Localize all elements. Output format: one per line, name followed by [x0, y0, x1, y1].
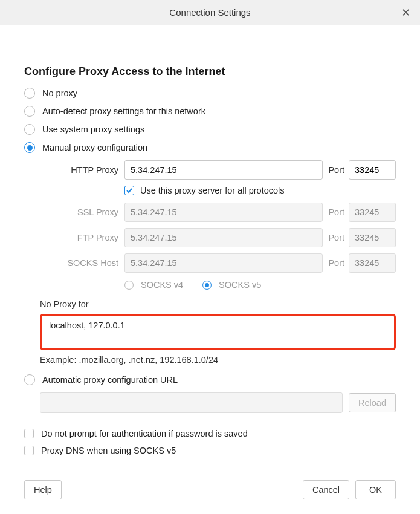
socks-version-row: SOCKS v4 SOCKS v5 — [124, 280, 396, 290]
do-not-prompt-checkbox[interactable] — [24, 429, 34, 438]
radio-auto-url[interactable] — [24, 374, 35, 385]
no-proxy-example: Example: .mozilla.org, .net.nz, 192.168.… — [40, 355, 396, 365]
dialog-footer: Help Cancel OK — [24, 480, 396, 499]
reload-button[interactable]: Reload — [349, 393, 396, 412]
ok-button[interactable]: OK — [355, 480, 396, 499]
option-no-proxy[interactable]: No proxy — [24, 88, 396, 99]
dialog-content: Configure Proxy Access to the Internet N… — [0, 25, 420, 455]
ftp-port-input — [349, 228, 396, 247]
radio-no-proxy[interactable] — [24, 88, 35, 99]
ssl-port-input — [349, 203, 396, 222]
ssl-proxy-row: SSL Proxy Port — [46, 203, 396, 222]
use-for-all-label: Use this proxy server for all protocols — [140, 186, 285, 195]
option-label: Auto-detect proxy settings for this netw… — [42, 106, 205, 116]
do-not-prompt-label: Do not prompt for authentication if pass… — [41, 429, 248, 438]
help-button[interactable]: Help — [24, 480, 62, 499]
port-label: Port — [323, 258, 349, 268]
radio-socks-v4[interactable] — [124, 281, 134, 290]
no-proxy-for-input[interactable]: localhost, 127.0.0.1 — [40, 314, 396, 350]
option-label: Manual proxy configuration — [42, 143, 147, 152]
ssl-proxy-input — [124, 203, 323, 222]
option-auto-detect[interactable]: Auto-detect proxy settings for this netw… — [24, 106, 396, 117]
use-for-all-row[interactable]: Use this proxy server for all protocols — [124, 186, 396, 195]
ftp-proxy-input — [124, 228, 323, 247]
proxy-dns-row[interactable]: Proxy DNS when using SOCKS v5 — [24, 446, 396, 455]
http-port-input[interactable] — [349, 160, 396, 180]
dialog-title: Connection Settings — [169, 7, 250, 18]
option-auto-url[interactable]: Automatic proxy configuration URL — [24, 374, 396, 385]
option-use-system[interactable]: Use system proxy settings — [24, 124, 396, 135]
auto-url-input — [40, 392, 343, 413]
port-label: Port — [323, 207, 349, 217]
radio-manual[interactable] — [24, 142, 35, 153]
socks-v5-label: SOCKS v5 — [219, 280, 261, 290]
use-for-all-checkbox[interactable] — [124, 186, 134, 195]
port-label: Port — [323, 233, 349, 242]
do-not-prompt-row[interactable]: Do not prompt for authentication if pass… — [24, 429, 396, 438]
proxy-dns-label: Proxy DNS when using SOCKS v5 — [41, 446, 176, 455]
socks-port-input — [349, 253, 396, 273]
dialog-titlebar: Connection Settings ✕ — [0, 0, 420, 25]
ftp-proxy-row: FTP Proxy Port — [46, 228, 396, 247]
option-label: No proxy — [42, 88, 77, 98]
option-label: Automatic proxy configuration URL — [42, 375, 178, 385]
cancel-button[interactable]: Cancel — [303, 480, 349, 499]
auto-url-row: Reload — [40, 392, 396, 413]
no-proxy-for-label: No Proxy for — [40, 299, 396, 309]
section-heading: Configure Proxy Access to the Internet — [24, 65, 396, 78]
option-manual[interactable]: Manual proxy configuration — [24, 142, 396, 153]
ftp-proxy-label: FTP Proxy — [46, 233, 124, 242]
http-proxy-input[interactable] — [124, 160, 323, 180]
socks-host-label: SOCKS Host — [46, 258, 124, 268]
option-label: Use system proxy settings — [42, 125, 144, 134]
http-proxy-row: HTTP Proxy Port — [46, 160, 396, 180]
ssl-proxy-label: SSL Proxy — [46, 207, 124, 217]
radio-socks-v5[interactable] — [202, 281, 212, 290]
radio-auto-detect[interactable] — [24, 106, 35, 117]
socks-v4-label: SOCKS v4 — [141, 280, 183, 290]
port-label: Port — [323, 165, 349, 175]
socks-host-input — [124, 253, 323, 273]
http-proxy-label: HTTP Proxy — [46, 165, 124, 175]
close-icon[interactable]: ✕ — [401, 6, 410, 19]
no-proxy-for-value: localhost, 127.0.0.1 — [49, 320, 125, 330]
proxy-dns-checkbox[interactable] — [24, 446, 34, 455]
socks-host-row: SOCKS Host Port — [46, 253, 396, 273]
radio-use-system[interactable] — [24, 124, 35, 135]
